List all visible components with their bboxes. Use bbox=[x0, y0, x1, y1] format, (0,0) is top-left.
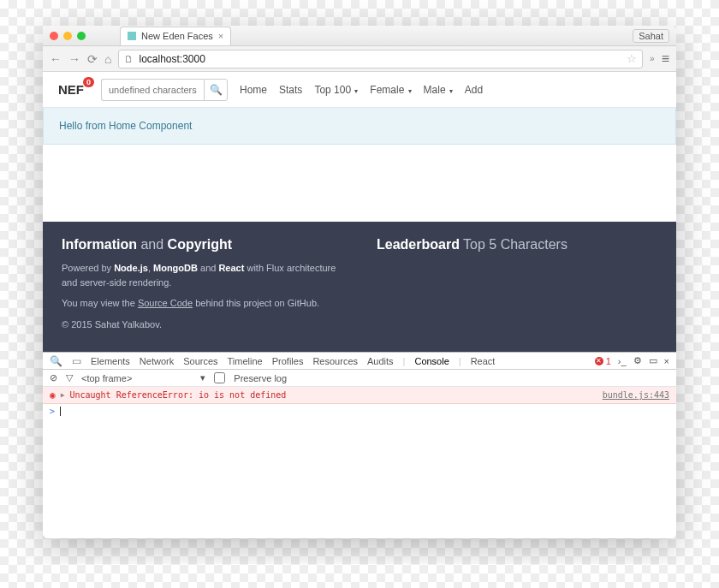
close-window-button[interactable] bbox=[50, 32, 58, 40]
caret-down-icon: ▾ bbox=[406, 87, 411, 95]
search-input[interactable] bbox=[101, 79, 204, 101]
footer-powered: Powered by Node.js, MongoDB and React wi… bbox=[62, 261, 342, 289]
preserve-log-checkbox[interactable] bbox=[214, 372, 225, 383]
tab-profiles[interactable]: Profiles bbox=[272, 356, 304, 366]
footer-copyright: © 2015 Sahat Yalkabov. bbox=[62, 318, 342, 332]
separator: | bbox=[459, 356, 461, 366]
search-icon: 🔍 bbox=[210, 84, 223, 96]
footer-info: Information and Copyright Powered by Nod… bbox=[62, 237, 342, 338]
footer-leaderboard: Leaderboard Top 5 Characters bbox=[377, 237, 657, 338]
console-empty bbox=[43, 419, 676, 538]
profile-button[interactable]: Sahat bbox=[633, 29, 669, 43]
overflow-icon[interactable]: » bbox=[650, 54, 655, 63]
nav-male[interactable]: Male ▾ bbox=[424, 84, 453, 96]
back-button[interactable]: ← bbox=[50, 52, 62, 66]
tab-elements[interactable]: Elements bbox=[91, 356, 130, 366]
tab-timeline[interactable]: Timeline bbox=[228, 356, 263, 366]
separator: | bbox=[403, 356, 406, 366]
browser-toolbar: ← → ⟳ ⌂ 🗋 localhost:3000 ☆ » ≡ bbox=[43, 46, 676, 72]
minimize-window-button[interactable] bbox=[63, 32, 72, 40]
source-code-link[interactable]: Source Code bbox=[138, 298, 193, 308]
preserve-log-label: Preserve log bbox=[234, 373, 287, 383]
prompt-chevron-icon: > bbox=[50, 407, 55, 416]
site-footer: Information and Copyright Powered by Nod… bbox=[43, 222, 676, 352]
settings-gear-icon[interactable]: ⚙ bbox=[633, 355, 642, 366]
nav-stats[interactable]: Stats bbox=[279, 84, 302, 96]
devtools-panel: 🔍 ▭ Elements Network Sources Timeline Pr… bbox=[43, 352, 676, 538]
error-source-link[interactable]: bundle.js:443 bbox=[603, 390, 669, 400]
cursor bbox=[60, 407, 61, 416]
console-error-row[interactable]: ◉ ▶ Uncaught ReferenceError: io is not d… bbox=[43, 387, 676, 404]
expand-icon[interactable]: ▶ bbox=[61, 391, 65, 399]
window-controls bbox=[50, 32, 86, 40]
caret-down-icon: ▾ bbox=[448, 87, 453, 95]
device-icon[interactable]: ▭ bbox=[72, 355, 81, 367]
tab-console[interactable]: Console bbox=[414, 356, 449, 366]
close-devtools-icon[interactable]: × bbox=[664, 356, 669, 366]
error-message: Uncaught ReferenceError: io is not defin… bbox=[69, 390, 286, 400]
address-bar[interactable]: 🗋 localhost:3000 ☆ bbox=[118, 50, 643, 68]
tab-react[interactable]: React bbox=[471, 356, 496, 366]
forward-button[interactable]: → bbox=[68, 52, 80, 66]
nav-home[interactable]: Home bbox=[240, 84, 267, 96]
filter-icon[interactable]: ▽ bbox=[66, 372, 73, 383]
browser-window: New Eden Faces × Sahat ← → ⟳ ⌂ 🗋 localho… bbox=[43, 26, 676, 538]
error-icon: ◉ bbox=[50, 389, 56, 401]
footer-heading-leaderboard: Leaderboard Top 5 Characters bbox=[377, 237, 657, 252]
window-titlebar: New Eden Faces × Sahat bbox=[43, 26, 676, 46]
footer-source: You may view the Source Code behind this… bbox=[62, 296, 342, 311]
page-icon: 🗋 bbox=[124, 54, 134, 64]
nav-female[interactable]: Female ▾ bbox=[370, 84, 411, 96]
tab-network[interactable]: Network bbox=[140, 356, 174, 366]
console-toolbar: ⊘ ▽ <top frame> ▾ Preserve log bbox=[43, 370, 676, 387]
frame-selector[interactable]: <top frame> ▾ bbox=[81, 372, 205, 383]
close-tab-icon[interactable]: × bbox=[218, 31, 223, 41]
browser-tab[interactable]: New Eden Faces × bbox=[120, 27, 231, 45]
info-banner: Hello from Home Component bbox=[43, 108, 676, 145]
search-button[interactable]: 🔍 bbox=[204, 79, 228, 101]
banner-text: Hello from Home Component bbox=[59, 120, 192, 132]
nav-top100[interactable]: Top 100 ▾ bbox=[314, 84, 358, 96]
dock-icon[interactable]: ▭ bbox=[649, 355, 657, 366]
favicon-icon bbox=[128, 32, 136, 40]
devtools-tabs: 🔍 ▭ Elements Network Sources Timeline Pr… bbox=[43, 353, 676, 370]
home-button[interactable]: ⌂ bbox=[104, 52, 111, 66]
error-dot-icon: ✕ bbox=[595, 357, 603, 365]
caret-down-icon: ▾ bbox=[353, 87, 358, 95]
error-indicator[interactable]: ✕ 1 bbox=[595, 356, 611, 366]
chevron-down-icon: ▾ bbox=[200, 372, 205, 383]
footer-heading-info: Information and Copyright bbox=[62, 237, 342, 252]
hamburger-menu-icon[interactable]: ≡ bbox=[662, 51, 669, 67]
site-navbar: NEF 0 🔍 Home Stats Top 100 ▾ Female ▾ Ma… bbox=[43, 72, 676, 108]
main-content bbox=[43, 145, 676, 222]
console-output: ◉ ▶ Uncaught ReferenceError: io is not d… bbox=[43, 387, 676, 538]
reload-button[interactable]: ⟳ bbox=[87, 52, 98, 66]
nav-add[interactable]: Add bbox=[465, 84, 483, 96]
console-drawer-icon[interactable]: ›_ bbox=[618, 356, 627, 366]
maximize-window-button[interactable] bbox=[77, 32, 86, 40]
tab-title: New Eden Faces bbox=[141, 31, 213, 41]
search-form: 🔍 bbox=[101, 79, 228, 101]
url-text: localhost:3000 bbox=[139, 53, 205, 65]
tab-resources[interactable]: Resources bbox=[312, 356, 358, 366]
clear-console-icon[interactable]: ⊘ bbox=[50, 372, 57, 383]
brand-logo[interactable]: NEF 0 bbox=[58, 82, 84, 97]
brand-text: NEF bbox=[58, 82, 84, 97]
tab-audits[interactable]: Audits bbox=[367, 356, 394, 366]
bookmark-icon[interactable]: ☆ bbox=[627, 52, 637, 65]
inspect-icon[interactable]: 🔍 bbox=[50, 355, 62, 367]
tab-sources[interactable]: Sources bbox=[183, 356, 217, 366]
notification-badge: 0 bbox=[83, 77, 94, 87]
console-prompt[interactable]: > bbox=[43, 404, 676, 419]
